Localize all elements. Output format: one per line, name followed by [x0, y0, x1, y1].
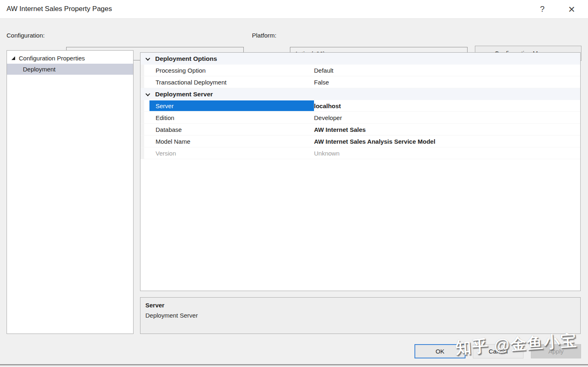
- chevron-down-icon: [145, 91, 150, 96]
- property-value[interactable]: AW Internet Sales: [314, 124, 576, 135]
- property-value[interactable]: Default: [314, 65, 576, 76]
- window-bottom-edge: [0, 364, 588, 365]
- description-panel: Server Deployment Server: [140, 297, 581, 334]
- property-row-processing-option[interactable]: Processing Option Default: [140, 65, 580, 76]
- property-row-transactional-deployment[interactable]: Transactional Deployment False: [140, 76, 580, 88]
- property-row-version: Version Unknown: [140, 147, 580, 159]
- tree-item-configuration-properties[interactable]: Configuration Properties: [7, 53, 133, 64]
- description-text: Deployment Server: [145, 312, 575, 319]
- description-title: Server: [145, 302, 575, 309]
- property-name: Processing Option: [149, 65, 314, 76]
- tree-item-deployment[interactable]: Deployment: [7, 64, 133, 75]
- property-name: Model Name: [149, 136, 314, 147]
- property-row-model-name[interactable]: Model Name AW Internet Sales Analysis Se…: [140, 136, 580, 147]
- category-row-deployment-options[interactable]: Deployment Options: [140, 53, 580, 65]
- window-title: AW Internet Sales Property Pages: [7, 5, 112, 13]
- category-label: Deployment Options: [155, 53, 217, 65]
- category-label: Deployment Server: [155, 88, 213, 100]
- property-name: Transactional Deployment: [149, 77, 314, 87]
- category-row-deployment-server[interactable]: Deployment Server: [140, 88, 580, 100]
- property-row-server[interactable]: Server localhost: [140, 100, 580, 112]
- property-grid: Deployment Options Processing Option Def…: [140, 52, 581, 291]
- property-value[interactable]: localhost: [314, 100, 576, 111]
- property-name: Version: [149, 148, 314, 158]
- configuration-label: Configuration:: [7, 32, 45, 39]
- property-value[interactable]: False: [314, 76, 576, 88]
- tree-expanded-icon[interactable]: [11, 56, 15, 60]
- configuration-toolbar: Configuration: Active(Development) Platf…: [0, 19, 588, 49]
- title-bar: AW Internet Sales Property Pages ? ×: [0, 0, 588, 19]
- tree-item-label: Deployment: [23, 66, 56, 73]
- property-value[interactable]: Developer: [314, 112, 576, 123]
- property-name: Edition: [149, 112, 314, 123]
- help-icon[interactable]: ?: [533, 0, 551, 18]
- tree-root-label: Configuration Properties: [19, 55, 85, 62]
- property-value: Unknown: [314, 147, 576, 159]
- property-value[interactable]: AW Internet Sales Analysis Service Model: [314, 136, 576, 147]
- configuration-tree-panel: Configuration Properties Deployment: [7, 50, 134, 334]
- property-name: Database: [149, 124, 314, 135]
- property-name: Server: [149, 100, 314, 111]
- platform-label: Platform:: [252, 32, 276, 39]
- property-row-edition[interactable]: Edition Developer: [140, 112, 580, 124]
- close-icon[interactable]: ×: [563, 0, 581, 18]
- grid-rows: Deployment Options Processing Option Def…: [140, 53, 580, 159]
- chevron-down-icon: [145, 56, 150, 60]
- property-row-database[interactable]: Database AW Internet Sales: [140, 124, 580, 136]
